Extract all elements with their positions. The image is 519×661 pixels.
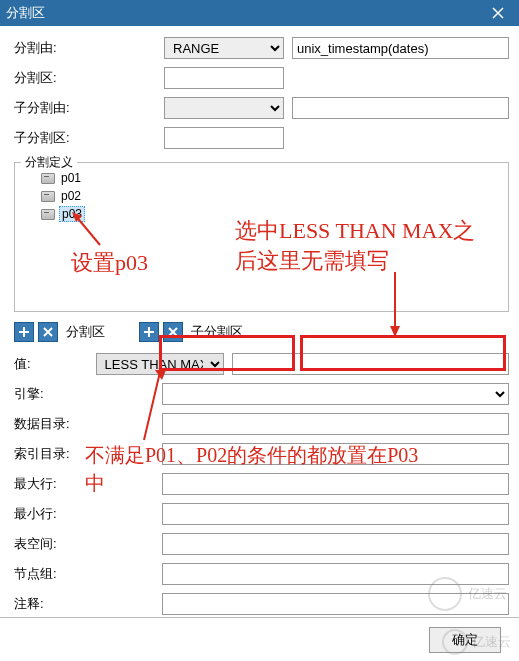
- sub-partition-by-select[interactable]: [164, 97, 284, 119]
- watermark-bottom: 亿速云: [442, 629, 511, 655]
- min-rows-input[interactable]: [162, 503, 509, 525]
- data-dir-input[interactable]: [162, 413, 509, 435]
- add-partition-button[interactable]: [14, 322, 34, 342]
- add-subpartition-button[interactable]: [139, 322, 159, 342]
- watermark-logo-icon: [428, 577, 462, 611]
- partition-icon: [41, 209, 55, 220]
- value-extra-input[interactable]: [232, 353, 509, 375]
- titlebar: 分割区: [0, 0, 519, 26]
- watermark-logo-icon: [442, 629, 468, 655]
- subpartition-section-label: 子分割区: [191, 323, 243, 341]
- partition-section-label: 分割区: [66, 323, 105, 341]
- partition-tree[interactable]: p01 p02 p03: [17, 165, 506, 227]
- engine-select[interactable]: [162, 383, 509, 405]
- plus-icon: [143, 326, 155, 338]
- watermark: 亿速云: [428, 577, 507, 611]
- tablespace-input[interactable]: [162, 533, 509, 555]
- window-title: 分割区: [6, 4, 483, 22]
- partition-icon: [41, 191, 55, 202]
- value-label: 值:: [14, 355, 96, 373]
- partition-zone-input[interactable]: [164, 67, 284, 89]
- top-form: 分割由: RANGE 分割区: 子分割由: 子分割区:: [0, 26, 519, 158]
- x-icon: [42, 326, 54, 338]
- x-icon: [167, 326, 179, 338]
- partition-icon: [41, 173, 55, 184]
- max-rows-input[interactable]: [162, 473, 509, 495]
- sub-partition-zone-input[interactable]: [164, 127, 284, 149]
- tablespace-label: 表空间:: [14, 535, 162, 553]
- sub-partition-expr-input[interactable]: [292, 97, 509, 119]
- partition-by-label: 分割由:: [14, 39, 164, 57]
- min-rows-label: 最小行:: [14, 505, 162, 523]
- index-dir-label: 索引目录:: [14, 445, 162, 463]
- comment-label: 注释:: [14, 595, 162, 613]
- data-dir-label: 数据目录:: [14, 415, 162, 433]
- partition-expr-input[interactable]: [292, 37, 509, 59]
- definition-fieldset: 分割定义 p01 p02 p03: [14, 162, 509, 312]
- close-icon: [492, 7, 504, 19]
- delete-partition-button[interactable]: [38, 322, 58, 342]
- definition-legend: 分割定义: [21, 154, 77, 171]
- sub-partition-zone-label: 子分割区:: [14, 129, 164, 147]
- partition-zone-label: 分割区:: [14, 69, 164, 87]
- close-button[interactable]: [483, 0, 513, 26]
- nodegroup-label: 节点组:: [14, 565, 162, 583]
- max-rows-label: 最大行:: [14, 475, 162, 493]
- plus-icon: [18, 326, 30, 338]
- tree-item-p01[interactable]: p01: [19, 169, 504, 187]
- delete-subpartition-button[interactable]: [163, 322, 183, 342]
- icons-row: 分割区 子分割区: [14, 322, 509, 342]
- index-dir-input[interactable]: [162, 443, 509, 465]
- sub-partition-by-label: 子分割由:: [14, 99, 164, 117]
- partition-by-select[interactable]: RANGE: [164, 37, 284, 59]
- value-select[interactable]: LESS THAN MAX: [96, 353, 224, 375]
- tree-item-p03[interactable]: p03: [19, 205, 504, 223]
- tree-item-p02[interactable]: p02: [19, 187, 504, 205]
- engine-label: 引擎:: [14, 385, 162, 403]
